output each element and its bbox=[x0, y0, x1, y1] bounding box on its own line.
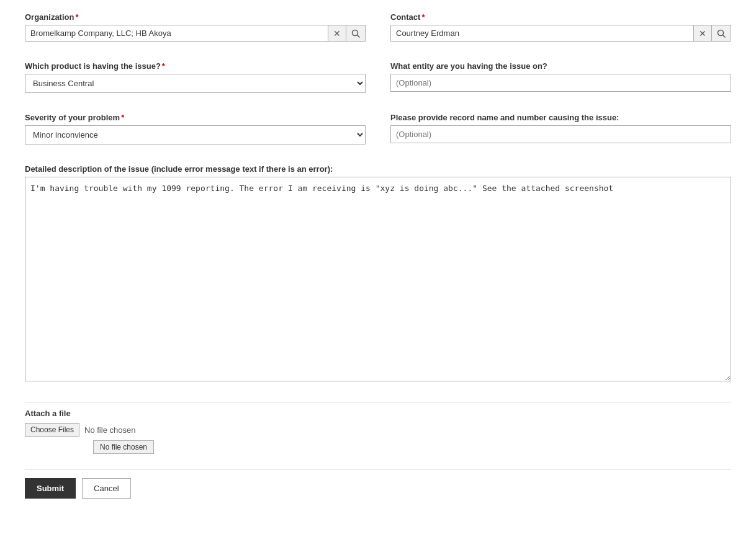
entity-group: What entity are you having the issue on? bbox=[390, 61, 731, 92]
contact-search-button[interactable] bbox=[711, 25, 731, 41]
contact-input[interactable]: Courtney Erdman bbox=[391, 25, 693, 41]
description-group: Detailed description of the issue (inclu… bbox=[25, 164, 731, 383]
organization-search-button[interactable] bbox=[346, 25, 365, 41]
product-group: Which product is having the issue?* Busi… bbox=[25, 61, 366, 93]
svg-line-1 bbox=[358, 35, 360, 37]
row-severity-record: Severity of your problem* Minor inconvie… bbox=[25, 113, 731, 153]
no-file-text: No file chosen bbox=[84, 425, 135, 435]
col-record: Please provide record name and number ca… bbox=[390, 113, 731, 153]
attach-section: Attach a file Choose Files No file chose… bbox=[25, 402, 731, 454]
contact-group: Contact* Courtney Erdman ✕ bbox=[390, 12, 731, 42]
organization-label: Organization* bbox=[25, 12, 366, 22]
col-contact: Contact* Courtney Erdman ✕ bbox=[390, 12, 731, 50]
org-required-marker: * bbox=[75, 12, 78, 22]
contact-required-marker: * bbox=[421, 12, 425, 22]
form-actions: Submit Cancel bbox=[25, 469, 731, 499]
col-severity: Severity of your problem* Minor inconvie… bbox=[25, 113, 366, 153]
submit-button[interactable]: Submit bbox=[25, 478, 76, 499]
search-icon bbox=[351, 29, 360, 38]
contact-label: Contact* bbox=[390, 12, 731, 22]
contact-clear-button[interactable]: ✕ bbox=[693, 25, 711, 41]
description-label: Detailed description of the issue (inclu… bbox=[25, 164, 731, 174]
row-org-contact: Organization* Bromelkamp Company, LLC; H… bbox=[25, 12, 731, 50]
organization-group: Organization* Bromelkamp Company, LLC; H… bbox=[25, 12, 366, 42]
col-product: Which product is having the issue?* Busi… bbox=[25, 61, 366, 102]
entity-label: What entity are you having the issue on? bbox=[390, 61, 731, 71]
product-select[interactable]: Business Central Other bbox=[25, 74, 366, 93]
description-textarea[interactable]: I'm having trouble with my 1099 reportin… bbox=[25, 177, 731, 381]
svg-line-3 bbox=[723, 35, 726, 37]
col-entity: What entity are you having the issue on? bbox=[390, 61, 731, 102]
contact-input-wrapper: Courtney Erdman ✕ bbox=[390, 25, 731, 42]
severity-label: Severity of your problem* bbox=[25, 113, 366, 122]
attach-label: Attach a file bbox=[25, 409, 731, 418]
form-container: Organization* Bromelkamp Company, LLC; H… bbox=[0, 0, 756, 517]
organization-input[interactable]: Bromelkamp Company, LLC; HB Akoya bbox=[25, 25, 328, 41]
no-file-chosen-label: No file chosen bbox=[93, 440, 154, 454]
record-input[interactable] bbox=[390, 125, 731, 143]
cancel-button[interactable]: Cancel bbox=[82, 478, 130, 499]
col-organization: Organization* Bromelkamp Company, LLC; H… bbox=[25, 12, 366, 50]
row-product-entity: Which product is having the issue?* Busi… bbox=[25, 61, 731, 102]
organization-clear-button[interactable]: ✕ bbox=[328, 25, 346, 41]
product-required-marker: * bbox=[162, 61, 165, 71]
severity-group: Severity of your problem* Minor inconvie… bbox=[25, 113, 366, 144]
severity-select[interactable]: Minor inconvience Major issue Critical bbox=[25, 125, 366, 144]
organization-input-wrapper: Bromelkamp Company, LLC; HB Akoya ✕ bbox=[25, 25, 366, 42]
product-label: Which product is having the issue?* bbox=[25, 61, 366, 71]
no-file-chosen-wrapper: No file chosen bbox=[25, 440, 731, 454]
choose-files-button[interactable]: Choose Files bbox=[25, 423, 79, 437]
file-input-row: Choose Files No file chosen bbox=[25, 423, 731, 437]
record-label: Please provide record name and number ca… bbox=[390, 113, 731, 122]
record-group: Please provide record name and number ca… bbox=[390, 113, 731, 143]
search-icon bbox=[717, 29, 726, 38]
severity-required-marker: * bbox=[121, 113, 124, 122]
description-wrapper: I'm having trouble with my 1099 reportin… bbox=[25, 177, 731, 383]
entity-input[interactable] bbox=[390, 74, 731, 92]
